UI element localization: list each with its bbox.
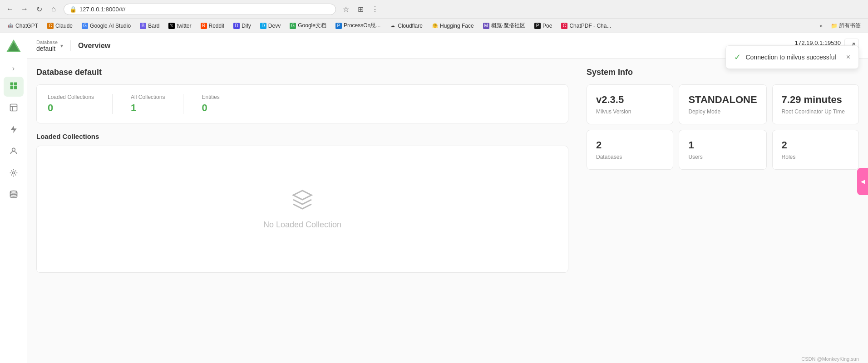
cloudflare-icon: ☁	[390, 23, 396, 29]
toast-message: Connection to milvus successful	[745, 54, 836, 61]
browser-toolbar: ← → ↻ ⌂ 🔒 127.0.0.1:8000/#/ ☆ ⊞ ⋮	[0, 0, 868, 18]
nav-buttons: ← → ↻ ⌂	[4, 3, 60, 15]
bookmark-poe[interactable]: P Poe	[531, 22, 556, 30]
deploy-mode-value: STANDALONE	[688, 94, 757, 106]
system-info-grid: v2.3.5 Milvus Version STANDALONE Deploy …	[587, 84, 859, 170]
svg-point-12	[10, 191, 17, 193]
side-panel-button[interactable]: ◀	[857, 168, 868, 195]
page-title: Overview	[78, 42, 110, 50]
svg-rect-3	[14, 83, 17, 86]
dify-icon: D	[233, 23, 240, 29]
side-panel-icon: ◀	[861, 178, 865, 185]
deploy-mode-label: Deploy Mode	[688, 108, 757, 115]
bookmark-label: ChatPDF - Cha...	[569, 23, 611, 29]
empty-cube-icon	[291, 189, 313, 215]
stats-card: Loaded Collections 0 All Collections 1 E…	[36, 84, 568, 123]
user-icon	[9, 147, 18, 157]
browser-chrome: ← → ↻ ⌂ 🔒 127.0.0.1:8000/#/ ☆ ⊞ ⋮ 🤖 Chat…	[0, 0, 868, 33]
svg-rect-6	[10, 104, 17, 111]
home-icon	[9, 81, 18, 92]
poe-icon: P	[534, 23, 541, 29]
bookmark-label: Hugging Face	[440, 23, 474, 29]
all-collections-value: 1	[131, 102, 165, 114]
bookmark-processon[interactable]: P ProcessOn思...	[332, 21, 384, 30]
svg-point-10	[12, 148, 15, 151]
bookmark-google-ai[interactable]: G Google AI Studio	[78, 22, 134, 30]
bookmark-cloudflare[interactable]: ☁ Cloudflare	[386, 22, 426, 30]
sidebar-item-collections[interactable]	[4, 98, 24, 118]
sidebar-item-settings[interactable]	[4, 164, 24, 184]
bookmark-modelscope[interactable]: M 概览·魔搭社区	[479, 21, 529, 30]
info-card-users: 1 Users	[679, 130, 766, 170]
bookmark-bard[interactable]: B Bard	[136, 22, 163, 30]
bookmark-chatgpt[interactable]: 🤖 ChatGPT	[4, 22, 42, 30]
bookmark-devv[interactable]: D Devv	[256, 22, 284, 30]
devv-icon: D	[260, 23, 266, 29]
divider	[70, 40, 71, 51]
home-nav-button[interactable]: ⌂	[47, 3, 60, 15]
db-label: Database	[36, 39, 58, 45]
chatpdf-icon: C	[561, 23, 567, 29]
bookmark-label: Claude	[55, 23, 73, 29]
databases-value: 2	[596, 139, 664, 151]
empty-text: No Loaded Collection	[263, 220, 341, 230]
folder-icon: 📁	[831, 23, 838, 29]
bookmark-reddit[interactable]: R Reddit	[197, 22, 228, 30]
back-button[interactable]: ←	[4, 3, 16, 15]
main-content: Database default ▾ Overview 172.19.0.1:1…	[27, 33, 868, 363]
browser-actions: ☆ ⊞ ⋮	[340, 3, 381, 15]
uptime-value: 7.29 minutes	[782, 94, 849, 106]
extensions-button[interactable]: ⊞	[354, 3, 367, 15]
app-logo[interactable]	[5, 39, 22, 55]
stat-divider-2	[183, 94, 183, 114]
forward-button[interactable]: →	[18, 3, 31, 15]
sidebar-item-database[interactable]	[4, 186, 24, 206]
app-layout: ›	[0, 33, 868, 363]
claude-icon: C	[47, 23, 54, 29]
address-bar[interactable]: 🔒 127.0.0.1:8000/#/	[64, 4, 336, 15]
bookmarks-bar: 🤖 ChatGPT C Claude G Google AI Studio B …	[0, 18, 868, 33]
twitter-icon: 𝕏	[168, 23, 175, 29]
svg-point-11	[12, 172, 15, 174]
star-button[interactable]: ☆	[340, 3, 352, 15]
footer: CSDN @MonkeyKing.sun	[27, 354, 868, 363]
users-value: 1	[688, 139, 757, 151]
refresh-button[interactable]: ↻	[33, 3, 45, 15]
database-icon	[9, 190, 18, 201]
url-text: 127.0.0.1:8000/#/	[79, 6, 125, 13]
bookmark-chatpdf[interactable]: C ChatPDF - Cha...	[557, 22, 615, 30]
google-docs-icon: G	[290, 23, 296, 29]
info-card-version: v2.3.5 Milvus Version	[587, 84, 673, 124]
svg-rect-4	[10, 86, 13, 89]
loaded-collections-section: Loaded Collections No Loaded Collection	[36, 132, 568, 273]
bookmark-huggingface[interactable]: 🤗 Hugging Face	[428, 22, 478, 30]
toast-close-button[interactable]: ×	[846, 53, 850, 61]
menu-button[interactable]: ⋮	[369, 3, 381, 15]
loaded-collections-value: 0	[48, 102, 94, 114]
sidebar-item-users[interactable]	[4, 142, 24, 162]
db-selector[interactable]: Database default ▾	[36, 39, 63, 52]
users-label: Users	[688, 154, 757, 160]
info-card-roles: 2 Roles	[772, 130, 859, 170]
more-bookmarks-button[interactable]: »	[817, 22, 825, 30]
bookmark-google-docs[interactable]: G Google文档	[286, 21, 330, 30]
database-section-title: Database default	[36, 68, 568, 77]
bookmark-twitter[interactable]: 𝕏 twitter	[165, 22, 195, 30]
toast-notification: ✓ Connection to milvus successful ×	[725, 45, 859, 69]
settings-icon	[9, 168, 18, 179]
roles-value: 2	[782, 139, 849, 151]
bookmarks-folder-button[interactable]: 📁 所有书签	[827, 21, 864, 30]
bookmark-dify[interactable]: D Dify	[230, 22, 255, 30]
lock-icon: 🔒	[69, 6, 77, 13]
bookmark-label: Google AI Studio	[90, 23, 131, 29]
bookmark-label: Poe	[542, 23, 552, 29]
sidebar-item-home[interactable]	[4, 77, 24, 97]
sidebar-navigation	[0, 77, 27, 206]
bookmark-claude[interactable]: C Claude	[44, 22, 76, 30]
system-info-title: System Info	[587, 68, 859, 77]
sidebar-item-search[interactable]	[4, 120, 24, 140]
bookmark-label: 概览·魔搭社区	[491, 22, 525, 29]
sidebar-expand-button[interactable]: ›	[9, 64, 18, 73]
content-left: Database default Loaded Collections 0 Al…	[27, 59, 577, 354]
dropdown-arrow-icon: ▾	[60, 43, 63, 49]
